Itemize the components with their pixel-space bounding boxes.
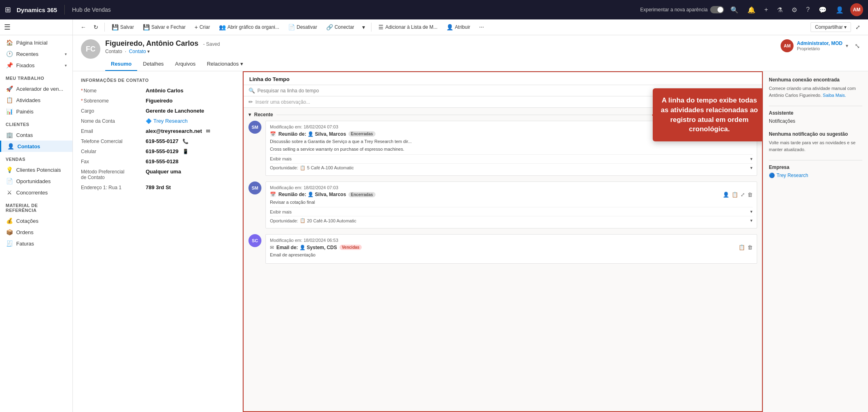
sidebar-item-acelerador[interactable]: 🚀 Acelerador de ven...: [0, 83, 72, 94]
nav-divider: [64, 5, 65, 15]
save-button[interactable]: 💾 Salvar: [108, 22, 138, 32]
form-value-endereco[interactable]: 789 3rd St: [146, 184, 234, 190]
mobile-icon[interactable]: 📱: [183, 149, 189, 154]
copy-icon[interactable]: 📋: [739, 244, 745, 250]
record-name: Figueiredo, Antônio Carlos: [105, 39, 198, 47]
timeline-panel: Linha do Tempo 🔍 ✏ Inserir uma observaçã…: [243, 71, 763, 412]
form-label-celular: Celular: [81, 149, 146, 154]
form-value-telefone[interactable]: 619-555-0127 📞: [146, 138, 234, 144]
quotes-icon: 💰: [6, 218, 13, 224]
open-org-label: Abrir gráfico da organi...: [227, 24, 279, 30]
copy-icon[interactable]: 📋: [732, 192, 738, 198]
plus-icon[interactable]: +: [762, 6, 770, 13]
dropdown-button[interactable]: ▾: [359, 22, 368, 32]
open-org-button[interactable]: 👥 Abrir gráfico da organi...: [215, 22, 283, 32]
save-close-button[interactable]: 💾 Salvar e Fechar: [139, 22, 189, 32]
form-value-conta[interactable]: 🔷 Trey Research: [146, 118, 234, 124]
form-value-nome[interactable]: Antônio Carlos: [146, 88, 234, 94]
pin-icon: 📌: [6, 62, 13, 68]
sidebar-item-paineis[interactable]: 📊 Painéis: [0, 106, 72, 117]
learn-more-link[interactable]: Saiba Mais.: [823, 93, 846, 98]
search-icon[interactable]: 🔍: [728, 6, 741, 14]
add-list-label: Adicionar à Lista de M...: [385, 24, 437, 30]
share-button[interactable]: Compartilhar ▾: [811, 22, 851, 32]
deactivate-button[interactable]: 📄 Desativar: [284, 22, 321, 32]
pencil-icon: ✏: [248, 99, 253, 105]
opp-icon: 📋: [300, 165, 306, 171]
form-value-fax[interactable]: 619-555-0128: [146, 158, 234, 164]
expand-button[interactable]: Exibir mais ▾: [270, 154, 753, 163]
form-value-metodo[interactable]: Qualquer uma: [146, 169, 234, 175]
sidebar-item-faturas[interactable]: 🧾 Faturas: [0, 238, 72, 249]
timeline-subject: Reunião de: 👤 Silva, Marcos: [278, 192, 346, 197]
back-button[interactable]: ←: [78, 22, 89, 32]
delete-icon[interactable]: 🗑: [747, 244, 753, 250]
form-value-sobrenome[interactable]: Figueiredo: [146, 98, 234, 104]
bell-icon[interactable]: 🔔: [745, 6, 758, 14]
email-icon[interactable]: ✉: [206, 128, 210, 134]
timeline-header: Linha do Tempo: [244, 72, 762, 85]
person-icon[interactable]: 👤: [833, 6, 846, 14]
chevron-down-icon: ▾: [750, 209, 753, 214]
add-list-button[interactable]: ☰ Adicionar à Lista de M...: [375, 22, 441, 32]
delete-icon[interactable]: 🗑: [747, 192, 753, 198]
activities-icon: 📋: [6, 97, 13, 103]
tab-resumo[interactable]: Resumo: [105, 58, 137, 71]
opportunity-link[interactable]: Oportunidade: 📋 5 Café A-100 Automatic ▾: [270, 163, 753, 172]
hamburger-menu[interactable]: ☰: [4, 23, 11, 31]
competitors-icon: ⚔: [6, 189, 13, 196]
sidebar-item-contatos[interactable]: 👤 Contatos: [0, 141, 72, 152]
sidebar-item-recentes[interactable]: 🕐 Recentes ▾: [0, 48, 72, 60]
form-value-email[interactable]: alex@treyresearch.net ✉: [146, 128, 234, 134]
sidebar-item-ordens[interactable]: 📦 Ordens: [0, 226, 72, 238]
waffle-icon[interactable]: ⊞: [5, 5, 11, 14]
tab-detalhes[interactable]: Detalhes: [137, 58, 169, 71]
sidebar-item-concorrentes[interactable]: ⚔ Concorrentes: [0, 187, 72, 198]
connections-text: Comece criando uma atividade manual com …: [769, 85, 862, 98]
sidebar-item-cotacoes[interactable]: 💰 Cotações: [0, 215, 72, 226]
top-navigation: ⊞ Dynamics 365 Hub de Vendas Experimenta…: [0, 0, 868, 19]
sidebar-item-contas[interactable]: 🏢 Contas: [0, 129, 72, 141]
gear-icon[interactable]: ⚙: [789, 6, 800, 14]
expand-button[interactable]: Exibir mais ▾: [270, 207, 753, 216]
owner-chevron-icon[interactable]: ▾: [846, 43, 848, 49]
refresh-button[interactable]: ↻: [91, 22, 101, 32]
sidebar-item-atividades[interactable]: 📋 Atividades: [0, 94, 72, 106]
expand-button[interactable]: ⤢: [853, 22, 863, 32]
assign-label: Atribuir: [455, 24, 470, 30]
timeline-search-icon: 🔍: [248, 88, 255, 94]
record-type-link[interactable]: Contato: [129, 49, 146, 54]
create-button[interactable]: + Criar: [191, 22, 214, 32]
filter-icon[interactable]: ⚗: [775, 6, 785, 14]
open-icon[interactable]: ⤢: [741, 192, 745, 198]
sidebar-item-fixados[interactable]: 📌 Fixados ▾: [0, 60, 72, 71]
more-button[interactable]: ⋯: [475, 22, 488, 32]
form-value-cargo[interactable]: Gerente de Lanchonete: [146, 108, 234, 114]
sidebar-item-home[interactable]: 🏠 Página Inicial: [0, 37, 72, 48]
timeline-actions[interactable]: 📋 🗑: [739, 244, 753, 250]
sidebar-item-clientes-potenciais[interactable]: 💡 Clientes Potenciais: [0, 164, 72, 175]
sidebar-item-oportunidades[interactable]: 📄 Oportunidades: [0, 175, 72, 187]
sidebar-item-contas-label: Contas: [16, 132, 33, 138]
opportunity-link[interactable]: Oportunidade: 📋 20 Café A-100 Automatic …: [270, 216, 753, 225]
record-type-chevron[interactable]: ▾: [147, 49, 150, 54]
owner-name[interactable]: Administrator, MOD: [797, 41, 843, 46]
toggle-switch[interactable]: [710, 6, 724, 13]
connect-label: Conectar: [335, 24, 354, 30]
chat-icon[interactable]: 💬: [816, 6, 829, 14]
phone-icon[interactable]: 📞: [183, 139, 189, 144]
try-new-toggle[interactable]: Experimentar a nova aparência: [640, 6, 724, 13]
person-action-icon[interactable]: 👤: [723, 192, 729, 198]
form-value-celular[interactable]: 619-555-0129 📱: [146, 148, 234, 154]
tab-relacionados[interactable]: Relacionados ▾: [201, 58, 248, 71]
assign-button[interactable]: 👤 Atribuir: [443, 22, 474, 32]
timeline-actions[interactable]: 👤 📋 ⤢ 🗑: [723, 192, 753, 198]
user-avatar[interactable]: AM: [850, 3, 863, 16]
company-link[interactable]: 🔵 Trey Research: [769, 173, 862, 178]
tab-arquivos[interactable]: Arquivos: [170, 58, 202, 71]
timeline-body-text: Email de apresentação: [270, 252, 753, 258]
connect-button[interactable]: 🔗 Conectar: [323, 22, 358, 32]
question-icon[interactable]: ?: [804, 6, 812, 13]
expand-record-icon[interactable]: ⤡: [855, 42, 860, 50]
form-label-endereco: Endereço 1: Rua 1: [81, 185, 146, 190]
